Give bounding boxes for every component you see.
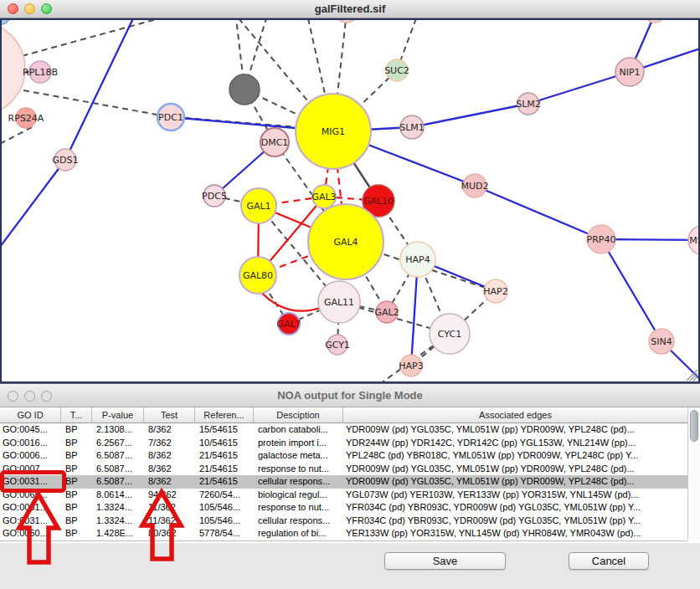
column-header-test[interactable]: Test: [144, 407, 195, 423]
node-cyc1[interactable]: CYC1: [430, 314, 470, 354]
table-cell: 21/54615: [195, 449, 254, 463]
table-cell: BP: [61, 423, 92, 437]
node-mig1[interactable]: MIG1: [296, 94, 371, 169]
svg-text:GAL80: GAL80: [243, 270, 273, 281]
node-prp40[interactable]: PRP40: [587, 225, 616, 254]
node-gal11[interactable]: GAL11: [318, 281, 360, 323]
column-header-go-id[interactable]: GO ID: [0, 407, 61, 423]
column-header-type[interactable]: T...: [61, 407, 92, 423]
node-slm1[interactable]: SLM1: [399, 115, 425, 139]
network-canvas[interactable]: RPL18B RPS24A GDS1 PDC1 DMC1: [0, 18, 700, 383]
node-gal1[interactable]: GAL1: [241, 188, 276, 223]
node-gal2[interactable]: GAL2: [374, 301, 399, 323]
node-gds1[interactable]: GDS1: [53, 149, 79, 171]
svg-text:SLM2: SLM2: [516, 99, 541, 110]
cancel-button[interactable]: Cancel: [569, 552, 649, 570]
table-cell: BP: [61, 449, 92, 463]
table-cell: 2.1308...: [92, 423, 144, 437]
node-mud2[interactable]: MUD2: [461, 174, 488, 197]
table-cell: YER133W (pp) YOR315W, YNL145W (pd) YHR08…: [343, 527, 687, 540]
node-gcy1[interactable]: GCY1: [325, 335, 350, 355]
svg-text:GAL11: GAL11: [324, 297, 354, 308]
node-hap2[interactable]: HAP2: [483, 279, 507, 303]
column-header-associated-edges[interactable]: Associated edges: [343, 407, 687, 423]
svg-text:HAP2: HAP2: [483, 286, 507, 297]
node-hap4[interactable]: HAP4: [400, 242, 435, 277]
edges: [2, 20, 698, 382]
node-unlabeled-top-center[interactable]: [336, 20, 358, 23]
save-button[interactable]: Save: [384, 552, 506, 570]
window-title: galFiltered.sif: [0, 0, 700, 18]
column-header-p-value[interactable]: P-value: [92, 407, 144, 423]
svg-text:SLM1: SLM1: [399, 122, 425, 133]
table-cell: 105/546...: [195, 501, 254, 515]
svg-text:SIN4: SIN4: [651, 336, 672, 347]
node-rps24a[interactable]: RPS24A: [8, 108, 44, 128]
network-titlebar[interactable]: galFiltered.sif: [0, 0, 700, 18]
node-dmc1[interactable]: DMC1: [260, 128, 289, 156]
table-row[interactable]: GO:0045...BP2.1308...8/36215/54615carbon…: [0, 423, 687, 437]
svg-text:PDC1: PDC1: [158, 112, 183, 123]
table-cell: 10/54615: [195, 437, 254, 450]
node-gal80[interactable]: GAL80: [239, 257, 276, 294]
node-unlabeled-left[interactable]: [2, 22, 25, 115]
table-cell: 8/362: [144, 423, 195, 437]
table-cell: 7260/54...: [195, 489, 254, 502]
node-gal7[interactable]: GAL7: [276, 313, 301, 335]
svg-text:GAL10: GAL10: [363, 196, 394, 207]
node-gal3[interactable]: GAL3: [311, 185, 336, 208]
svg-text:MIG1: MIG1: [322, 126, 345, 137]
table-cell: GO:0045...: [0, 423, 61, 437]
svg-text:SUC2: SUC2: [384, 65, 409, 76]
svg-text:RPS24A: RPS24A: [8, 113, 44, 124]
table-cell: cellular respons...: [254, 515, 343, 528]
node-sin4[interactable]: SIN4: [649, 329, 674, 354]
node-rpl18b[interactable]: RPL18B: [23, 61, 58, 83]
table-cell: response to nut...: [254, 501, 343, 515]
table-cell: YDR009W (pd) YGL035C, YML051W (pp) YDR00…: [343, 423, 687, 437]
table-cell: 21/54615: [195, 463, 254, 476]
node-nip1[interactable]: NIP1: [615, 58, 644, 86]
svg-text:GCY1: GCY1: [325, 340, 350, 351]
table-cell: YPL248C (pd) YBR018C, YML051W (pp) YDR00…: [343, 449, 687, 463]
table-cell: YFR034C (pd) YBR093C, YDR009W (pd) YGL03…: [343, 501, 687, 515]
table-cell: galactose meta...: [254, 449, 343, 463]
column-header-desciption[interactable]: Desciption: [254, 407, 343, 423]
table-cell: regulation of bi...: [254, 527, 343, 540]
node-slm2[interactable]: SLM2: [516, 93, 541, 115]
annotation-arrows: [0, 464, 201, 569]
table-header: GO ID T... P-value Test Referen... Desci…: [0, 407, 687, 423]
node-unlabeled-topleft[interactable]: [2, 20, 9, 24]
network-window: galFiltered.sif: [0, 0, 700, 383]
svg-text:HAP4: HAP4: [405, 254, 430, 265]
table-cell: YFR034C (pd) YBR093C, YDR009W (pd) YGL03…: [343, 515, 687, 528]
node-msl1[interactable]: MSL1: [688, 225, 698, 255]
node-unlabeled-gray[interactable]: [229, 74, 260, 105]
table-cell: 21/54615: [195, 475, 254, 489]
node-pdc1[interactable]: PDC1: [157, 104, 184, 131]
node-unlabeled-top-right[interactable]: [645, 20, 665, 23]
svg-text:GAL1: GAL1: [246, 201, 270, 212]
svg-text:DMC1: DMC1: [261, 137, 289, 148]
svg-text:HAP3: HAP3: [399, 361, 423, 371]
svg-text:GAL3: GAL3: [311, 192, 336, 202]
table-cell: 5778/54...: [195, 527, 254, 540]
svg-text:MSL1: MSL1: [689, 235, 698, 246]
table-cell: response to nut...: [254, 463, 343, 476]
noa-titlebar[interactable]: NOA output for Single Mode: [0, 384, 700, 407]
table-cell: YDR009W (pd) YGL035C, YML051W (pp) YDR00…: [343, 475, 687, 489]
table-cell: carbon cataboli...: [254, 423, 343, 437]
table-cell: 6.5087...: [92, 449, 144, 463]
window-title: NOA output for Single Mode: [0, 384, 700, 407]
node-hap3[interactable]: HAP3: [399, 355, 423, 376]
node-gal4[interactable]: GAL4: [308, 204, 383, 279]
table-scrollbar[interactable]: [687, 407, 700, 540]
svg-text:CYC1: CYC1: [438, 329, 461, 340]
annotation-arrow-test: [142, 492, 181, 559]
svg-text:GAL7: GAL7: [276, 319, 301, 330]
table-row[interactable]: GO:0016...BP6.2567...7/36210/54615protei…: [0, 437, 687, 450]
table-scrollbar-thumb[interactable]: [690, 410, 698, 442]
table-cell: biological regul...: [254, 489, 343, 502]
column-header-reference[interactable]: Referen...: [195, 407, 254, 423]
table-row[interactable]: GO:0006...BP6.5087...8/36221/54615galact…: [0, 449, 687, 463]
